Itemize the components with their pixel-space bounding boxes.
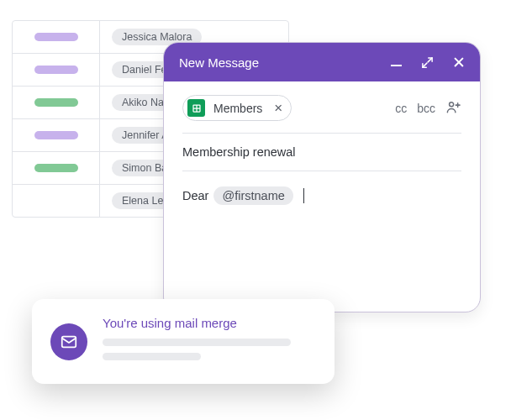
- to-options: cc bcc: [395, 99, 461, 118]
- placeholder-bar: [103, 353, 201, 360]
- recipient-chip-label: Members: [213, 102, 262, 115]
- placeholder-bar: [103, 339, 291, 346]
- text-cursor: [303, 188, 304, 203]
- status-cell: [13, 152, 100, 184]
- status-pill: [34, 164, 78, 172]
- status-pill: [34, 98, 78, 107]
- minimize-icon[interactable]: [390, 56, 403, 69]
- svg-point-3: [450, 102, 454, 106]
- status-pill: [34, 33, 78, 41]
- message-body[interactable]: Dear @firstname: [182, 171, 461, 220]
- mail-merge-popup: You're using mail merge: [32, 299, 335, 384]
- compose-body: Members × cc bcc Membership renewal Dear: [164, 81, 480, 220]
- close-icon[interactable]: ✕: [452, 56, 465, 69]
- status-cell: [13, 54, 100, 86]
- popup-title: You're using mail merge: [103, 316, 316, 330]
- merge-tag-chip[interactable]: @firstname: [213, 186, 292, 205]
- add-person-icon[interactable]: [445, 99, 461, 118]
- status-cell: [13, 21, 100, 53]
- compose-window: New Message ✕ Members: [163, 42, 481, 312]
- status-cell: [13, 87, 100, 118]
- subject-input[interactable]: Membership renewal: [182, 134, 461, 171]
- mail-merge-icon: [50, 323, 87, 360]
- status-pill: [34, 66, 78, 74]
- greeting-text: Dear: [182, 189, 208, 202]
- compose-title: New Message: [179, 55, 390, 70]
- status-cell: [13, 119, 100, 151]
- bcc-button[interactable]: bcc: [417, 102, 435, 115]
- expand-icon[interactable]: [421, 56, 434, 69]
- recipient-chip[interactable]: Members ×: [182, 95, 292, 121]
- remove-chip-icon[interactable]: ×: [274, 100, 282, 117]
- sheets-icon: [187, 99, 205, 117]
- cc-button[interactable]: cc: [395, 102, 407, 115]
- popup-body: You're using mail merge: [103, 316, 316, 367]
- to-row: Members × cc bcc: [182, 95, 461, 134]
- status-cell: [13, 185, 100, 217]
- window-controls: ✕: [390, 56, 465, 69]
- status-pill: [34, 131, 78, 139]
- compose-header: New Message ✕: [164, 43, 480, 81]
